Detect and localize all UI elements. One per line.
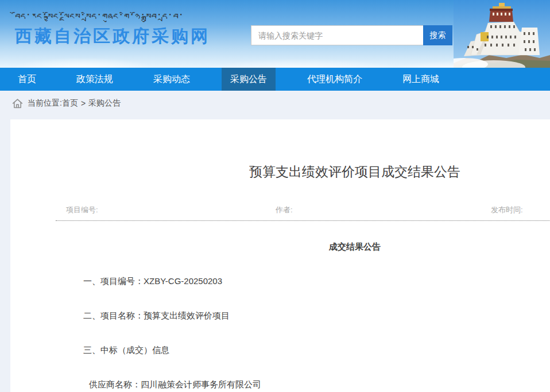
meta-publish-date-label: 发布时间: bbox=[491, 205, 523, 215]
article-title: 预算支出绩效评价项目成交结果公告 bbox=[10, 119, 550, 180]
site-brand: བོད་རང་སྐྱོང་ལྗོངས་སྲིད་གཞུང་གི་ཉོ་སྒྲུབ… bbox=[15, 10, 210, 47]
search-box: 搜索 bbox=[251, 25, 452, 45]
breadcrumb: 当前位置:首页 > 采购公告 bbox=[0, 91, 550, 119]
article-meta: 项目编号: 作者: 发布时间: bbox=[10, 205, 550, 216]
nav-item-agency-intro[interactable]: 代理机构简介 bbox=[299, 68, 371, 91]
home-icon bbox=[11, 98, 24, 110]
main-nav: 首页 政策法规 采购动态 采购公告 代理机构简介 网上商城 bbox=[0, 68, 550, 91]
paragraph-supplier-name: 供应商名称：四川融策会计师事务所有限公司 bbox=[89, 379, 550, 390]
site-name: 西藏自治区政府采购网 bbox=[15, 25, 210, 47]
search-button[interactable]: 搜索 bbox=[423, 25, 452, 45]
meta-project-number-label: 项目编号: bbox=[66, 205, 98, 215]
site-name-tibetan: བོད་རང་སྐྱོང་ལྗོངས་སྲིད་གཞུང་གི་ཉོ་སྒྲུབ… bbox=[15, 10, 210, 25]
breadcrumb-location[interactable]: 当前位置:首页 bbox=[28, 98, 78, 108]
article-subtitle: 成交结果公告 bbox=[10, 242, 550, 252]
potala-palace-image bbox=[454, 0, 550, 68]
paragraph-project-name: 二、项目名称：预算支出绩效评价项目 bbox=[83, 311, 550, 321]
meta-divider bbox=[56, 220, 550, 221]
paragraph-award-info-heading: 三、中标（成交）信息 bbox=[83, 345, 550, 355]
nav-item-procurement-announcements[interactable]: 采购公告 bbox=[222, 68, 276, 91]
site-header: བོད་རང་སྐྱོང་ལྗོངས་སྲིད་གཞུང་གི་ཉོ་སྒྲུབ… bbox=[0, 0, 550, 68]
nav-item-home[interactable]: 首页 bbox=[9, 68, 45, 91]
nav-item-online-mall[interactable]: 网上商城 bbox=[394, 68, 448, 91]
search-input[interactable] bbox=[251, 25, 423, 45]
nav-item-policies[interactable]: 政策法规 bbox=[68, 68, 122, 91]
breadcrumb-separator: > bbox=[81, 99, 86, 108]
meta-author-label: 作者: bbox=[276, 205, 293, 215]
paragraph-project-number: 一、项目编号：XZBY-CG-20250203 bbox=[83, 276, 550, 286]
breadcrumb-current[interactable]: 采购公告 bbox=[88, 98, 121, 108]
article-body: 成交结果公告 一、项目编号：XZBY-CG-20250203 二、项目名称：预算… bbox=[10, 242, 550, 390]
nav-item-procurement-news[interactable]: 采购动态 bbox=[145, 68, 199, 91]
article-panel: 预算支出绩效评价项目成交结果公告 项目编号: 作者: 发布时间: 成交结果公告 … bbox=[10, 119, 550, 392]
